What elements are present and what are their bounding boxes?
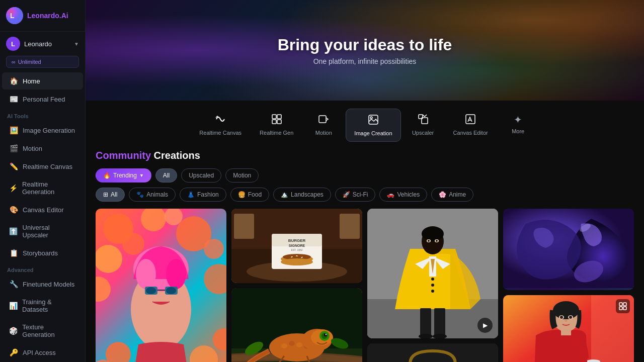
community-title-rest: Creations <box>151 150 200 161</box>
svg-point-32 <box>106 342 131 362</box>
svg-rect-2 <box>272 115 276 119</box>
landscapes-icon: 🏔️ <box>281 191 288 198</box>
sidebar-item-storyboards[interactable]: 📋 Storyboards <box>2 244 83 261</box>
canvas-editor-icon: 🎨 <box>9 206 18 214</box>
chevron-down-icon: ▼ <box>74 41 79 47</box>
svg-rect-88 <box>420 308 431 337</box>
upscaled-filter[interactable]: Upscaled <box>181 168 221 183</box>
sidebar-item-realtime-generation[interactable]: ⚡ Realtime Generation <box>2 176 83 200</box>
sidebar-item-realtime-canvas[interactable]: ✏️ Realtime Canvas <box>2 158 83 175</box>
trending-chevron-icon: ▼ <box>139 173 144 178</box>
svg-point-62 <box>281 343 287 348</box>
all-filter-row1[interactable]: All <box>155 168 177 183</box>
texture-icon: 🎲 <box>9 327 18 335</box>
tool-canvas-editor-label: Canvas Editor <box>453 130 488 136</box>
realtime-gen-icon: ⚡ <box>9 184 18 192</box>
sidebar-item-finetuned-models[interactable]: 🔧 Finetuned Models <box>2 276 83 293</box>
all-label-row1: All <box>163 172 170 179</box>
motion-filter[interactable]: Motion <box>225 168 259 183</box>
realtime-canvas-icon: ✏️ <box>9 162 18 170</box>
food-filter[interactable]: 🍔 Food <box>230 188 269 202</box>
svg-point-72 <box>326 334 327 335</box>
svg-point-20 <box>204 264 226 294</box>
sidebar-item-image-generation[interactable]: 🖼️ Image Generation <box>2 122 83 139</box>
sidebar-item-api-access[interactable]: 🔑 API Access <box>2 344 83 361</box>
image-card-yellow-suit[interactable]: ▶ <box>367 209 498 338</box>
sidebar-item-motion[interactable]: 🎬 Motion <box>2 140 83 157</box>
trending-label: Trending <box>113 172 137 179</box>
tool-realtime-gen[interactable]: Realtime Gen <box>252 109 301 142</box>
all-filter-row2[interactable]: ⊞ All <box>96 188 125 202</box>
image-card-burger[interactable]: BURGER SIGNORE EST. 1962 <box>231 209 362 283</box>
grid-col-4 <box>503 209 634 362</box>
scifi-filter[interactable]: 🚀 Sci-Fi <box>335 188 376 202</box>
advanced-training-label: Training & Datasets <box>22 298 76 313</box>
sidebar-item-training-datasets[interactable]: 📊 Training & Datasets <box>2 294 83 318</box>
plan-badge[interactable]: ∞ Unlimited <box>6 56 79 68</box>
svg-point-25 <box>166 259 186 289</box>
tool-upscaler[interactable]: Upscaler <box>403 109 443 142</box>
sidebar-item-texture-generation[interactable]: 🎲 Texture Generation <box>2 319 83 343</box>
svg-point-53 <box>281 258 313 265</box>
svg-rect-3 <box>277 115 281 119</box>
svg-point-33 <box>190 345 218 362</box>
play-button[interactable]: ▶ <box>477 317 493 333</box>
realtime-gen-tool-icon <box>271 114 282 127</box>
svg-point-18 <box>122 233 144 255</box>
svg-point-29 <box>146 287 156 294</box>
filter-row-1: 🔥 Trending ▼ All Upscaled Motion <box>96 168 634 183</box>
home-icon: 🏠 <box>9 77 18 85</box>
svg-point-81 <box>431 290 434 293</box>
ai-tool-motion-label: Motion <box>23 145 42 152</box>
trending-filter[interactable]: 🔥 Trending ▼ <box>96 168 151 183</box>
anime-icon: 🌸 <box>439 191 446 198</box>
image-card-pink-woman[interactable] <box>96 209 226 362</box>
animals-icon: 🐾 <box>136 191 144 198</box>
vehicles-label: Vehicles <box>397 191 420 198</box>
anime-filter[interactable]: 🌸 Anime <box>431 188 473 202</box>
advanced-finetuned-label: Finetuned Models <box>23 281 74 288</box>
svg-rect-57 <box>234 214 254 239</box>
landscapes-filter[interactable]: 🏔️ Landscapes <box>273 188 331 202</box>
nav-personal-feed-label: Personal Feed <box>23 96 65 103</box>
svg-text:SIGNORE: SIGNORE <box>289 244 305 247</box>
image-card-bag[interactable]: LUXE <box>367 343 498 362</box>
animals-filter[interactable]: 🐾 Animals <box>129 188 176 202</box>
svg-text:BURGER: BURGER <box>288 238 306 243</box>
ai-tool-upscaler-label: Universal Upscaler <box>23 224 76 239</box>
image-card-woman-red[interactable] <box>503 295 634 362</box>
tool-canvas-editor[interactable]: Canvas Editor <box>445 109 496 142</box>
finetuned-models-icon: 🔧 <box>9 280 18 288</box>
api-icon: 🔑 <box>9 348 18 356</box>
animals-label: Animals <box>146 191 168 198</box>
svg-point-17 <box>165 209 183 225</box>
svg-rect-125 <box>619 307 622 310</box>
svg-rect-126 <box>623 307 626 310</box>
tool-image-creation[interactable]: Image Creation <box>346 109 400 142</box>
vehicles-filter[interactable]: 🚗 Vehicles <box>379 188 427 202</box>
fashion-icon: 👗 <box>187 191 195 198</box>
ai-tool-canvas-editor-label: Canvas Editor <box>23 206 64 214</box>
grid-col-3: ▶ <box>367 209 498 362</box>
sidebar-item-universal-upscaler[interactable]: ⬆️ Universal Upscaler <box>2 219 83 243</box>
tool-motion[interactable]: Motion <box>303 109 344 142</box>
sidebar-item-home[interactable]: 🏠 Home <box>2 72 83 89</box>
sidebar-item-personal-feed[interactable]: 📰 Personal Feed <box>2 90 83 108</box>
fashion-filter[interactable]: 👗 Fashion <box>180 188 226 202</box>
all-label-row2: All <box>111 191 117 198</box>
tool-more[interactable]: ✦ More <box>498 109 538 142</box>
sidebar-item-canvas-editor[interactable]: 🎨 Canvas Editor <box>2 201 83 218</box>
svg-rect-6 <box>319 116 326 123</box>
advanced-section-label: Advanced <box>0 262 85 275</box>
image-card-chameleon[interactable] <box>231 288 362 362</box>
grid-col-1 <box>96 209 226 362</box>
image-creation-tool-icon <box>368 114 379 128</box>
tool-realtime-canvas[interactable]: Realtime Canvas <box>191 109 250 142</box>
svg-rect-31 <box>153 324 169 344</box>
app-logo: L Leonardo.Ai <box>0 0 85 32</box>
ai-tool-realtime-canvas-label: Realtime Canvas <box>23 163 72 170</box>
svg-point-64 <box>296 342 302 347</box>
user-menu[interactable]: L Leonardo ▼ <box>0 32 85 56</box>
svg-point-16 <box>204 239 224 259</box>
image-card-abstract[interactable] <box>503 209 634 290</box>
